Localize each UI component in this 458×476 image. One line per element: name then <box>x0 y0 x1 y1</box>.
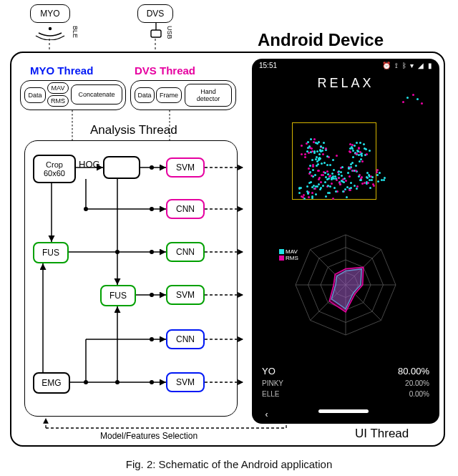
dvs-frame-box: Frame <box>156 87 182 103</box>
home-pill[interactable] <box>318 409 369 413</box>
radar-chart: MAV RMS <box>271 224 421 346</box>
svm-green-box: SVM <box>166 285 205 305</box>
hog-label: HOG <box>79 159 100 170</box>
cnn-green-box: CNN <box>166 242 205 262</box>
ui-thread-title: UI Thread <box>355 427 409 441</box>
svm-magenta-box: SVM <box>166 157 205 178</box>
svm-blue-box: SVM <box>166 372 205 392</box>
dvs-sensor-label: DVS <box>147 9 165 19</box>
crop-box: Crop 60x60 <box>33 155 76 183</box>
emg-box: EMG <box>33 372 70 394</box>
battery-icon: ▮ <box>428 62 432 69</box>
myo-sensor-label: MYO <box>40 9 59 19</box>
myo-mav-box: MAV <box>47 82 69 94</box>
gps-icon: ⟟ <box>395 62 398 69</box>
dvs-data-box: Data <box>135 87 155 103</box>
wifi-icon: ▾ <box>410 62 414 69</box>
svg-rect-3 <box>151 30 161 37</box>
fus2-box: FUS <box>100 285 136 306</box>
back-icon[interactable]: ‹ <box>265 409 268 419</box>
phone-screenshot: 15:51 ⏰ ⟟ ᛒ ▾ ◢ ▮ RELAX <box>252 59 439 424</box>
myo-sensor-box: MYO <box>30 4 70 23</box>
radar-legend: MAV RMS <box>279 248 298 261</box>
myo-antenna-icon <box>34 24 66 40</box>
alarm-icon: ⏰ <box>382 62 391 69</box>
results-panel: YO80.00% PINKY20.00% ELLE0.00% <box>262 363 429 398</box>
result-row: PINKY20.00% <box>262 379 429 387</box>
myo-rms-box: RMS <box>47 95 69 107</box>
result-row: ELLE0.00% <box>262 390 429 398</box>
cnn-magenta-box: CNN <box>166 199 205 219</box>
myo-thread-title: MYO Thread <box>30 64 93 77</box>
ble-label: BLE <box>72 26 79 38</box>
usb-label: USB <box>166 26 173 39</box>
dvs-hand-box: Hand detector <box>185 84 232 107</box>
cnn-blue-box: CNN <box>166 329 205 349</box>
signal-icon: ◢ <box>418 62 424 69</box>
dvs-thread-title: DVS Thread <box>135 64 195 77</box>
analysis-title: Analysis Thread <box>90 123 177 137</box>
myo-concat-box: Concatenate <box>71 84 122 105</box>
relax-label: RELAX <box>252 76 439 91</box>
event-dots <box>263 98 428 220</box>
result-row: YO80.00% <box>262 366 429 377</box>
event-cluster <box>263 98 428 220</box>
hog-dest-box <box>103 156 140 179</box>
dvs-sensor-box: DVS <box>137 4 173 23</box>
phone-status-icons: ⏰ ⟟ ᛒ ▾ ◢ ▮ <box>380 62 432 70</box>
model-features-label: Model/Features Selection <box>100 431 198 441</box>
fus1-box: FUS <box>33 242 69 263</box>
bt-icon: ᛒ <box>402 62 406 69</box>
phone-time: 15:51 <box>259 62 277 70</box>
dvs-plug-icon <box>147 23 165 40</box>
svg-point-0 <box>49 27 52 30</box>
android-device-title: Android Device <box>258 30 384 50</box>
figure-caption: Fig. 2: Schematic of the Android applica… <box>0 458 458 470</box>
android-navbar: ‹ ▢ <box>252 409 439 419</box>
myo-data-box: Data <box>24 87 46 103</box>
